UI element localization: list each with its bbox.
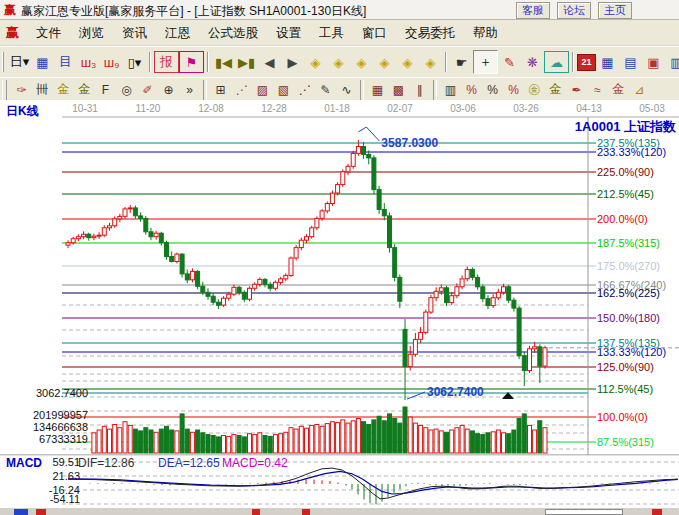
taskbar-icon-red-2[interactable] xyxy=(252,509,260,515)
brush-icon[interactable]: ✑ xyxy=(11,80,32,99)
date-axis-label: 04-13 xyxy=(576,103,602,114)
last-bar-button[interactable]: ▶▮ xyxy=(235,50,258,74)
menu-items: 文件浏览资讯江恩公式选股设置工具窗口交易委托帮助 xyxy=(27,21,507,45)
hatch-icon[interactable]: 卌 xyxy=(32,80,53,99)
box-fan2-icon[interactable]: ▧ xyxy=(273,80,294,99)
ma3-icon[interactable]: ш₃ xyxy=(77,50,100,74)
candle-body xyxy=(429,298,433,312)
screen-export-icon[interactable]: ▥ xyxy=(665,50,679,74)
menu-browse[interactable]: 浏览 xyxy=(70,26,113,40)
prev-bar-button[interactable]: ◀ xyxy=(258,50,281,74)
volume-bar xyxy=(113,425,117,454)
candle-body xyxy=(128,208,132,209)
coil-icon[interactable]: ◎ xyxy=(116,80,137,99)
menu-gann[interactable]: 江恩 xyxy=(156,26,199,40)
taskbar-icon-red-4[interactable] xyxy=(652,509,662,515)
gann-fan-icon[interactable]: ⋰ xyxy=(231,80,252,99)
percent-retrace-icon[interactable]: % xyxy=(503,80,524,99)
brain-icon[interactable]: ☁ xyxy=(544,51,569,73)
j-angle-icon[interactable]: ⊿ xyxy=(629,80,650,99)
candle-body xyxy=(481,287,485,299)
gann-flower-icon[interactable]: ❋ xyxy=(521,50,544,74)
titlebar-button-forum[interactable]: 论坛 xyxy=(557,2,591,19)
board-icon[interactable]: 报 xyxy=(154,51,179,73)
date-axis-label: 11-20 xyxy=(136,103,161,114)
cycle-wave-icon[interactable]: ≈ xyxy=(587,80,608,99)
candle-body xyxy=(279,279,283,283)
gold-grid-icon[interactable]: 金 xyxy=(53,80,74,99)
ruler-grid-icon[interactable]: ▦ xyxy=(367,80,388,99)
nav-diamond-compress-icon[interactable]: ◈ xyxy=(396,50,419,74)
circled-gold-icon[interactable]: ㊎ xyxy=(524,80,545,99)
candle-body xyxy=(434,291,438,297)
next-bar-button[interactable]: ▶ xyxy=(281,50,304,74)
taskbar-icon-red-1[interactable] xyxy=(36,509,46,515)
trend-pen-icon[interactable]: ✎ xyxy=(315,80,336,99)
candle-body xyxy=(144,218,148,231)
more-tools-chevron[interactable]: » xyxy=(179,80,200,99)
ma9-icon[interactable]: ш₉ xyxy=(100,50,123,74)
candle-body xyxy=(346,166,350,172)
titlebar-button-home[interactable]: 主页 xyxy=(598,2,632,19)
volume-bar xyxy=(222,436,226,454)
candle-style-selector[interactable]: ▯▾ xyxy=(123,50,146,74)
nav-diamond-up-icon[interactable]: ◈ xyxy=(350,50,373,74)
percent-line-icon[interactable]: % xyxy=(461,80,482,99)
menu-window[interactable]: 窗口 xyxy=(353,26,396,40)
gann-wheel-icon[interactable]: ⊕ xyxy=(158,80,179,99)
flag-icon[interactable]: ⚑ xyxy=(179,51,204,73)
gann-level-label: 112.5%(45) xyxy=(597,383,653,395)
percent-frame-icon[interactable]: ▩ xyxy=(388,80,409,99)
macd-dif-label: DIF=12.86 xyxy=(78,456,135,470)
hand-tool-icon[interactable]: ☛ xyxy=(450,50,473,74)
nav-diamond-expand-icon[interactable]: ◈ xyxy=(373,50,396,74)
taskbar-window-fragment[interactable] xyxy=(545,509,623,515)
gann-level-label: 162.5%(225) xyxy=(597,287,660,299)
menu-tools[interactable]: 工具 xyxy=(310,26,353,40)
menu-settings[interactable]: 设置 xyxy=(267,26,310,40)
memo-icon[interactable]: ▤ xyxy=(619,50,642,74)
volume-bar xyxy=(476,434,480,453)
menu-news[interactable]: 资讯 xyxy=(113,26,156,40)
taskbar-start-fragment[interactable] xyxy=(14,509,28,515)
parallel-lines-icon[interactable]: ∥ xyxy=(409,80,430,99)
percent-icon[interactable]: % xyxy=(482,80,503,99)
gold-level-icon[interactable]: 金 xyxy=(545,80,566,99)
save-icon[interactable]: ▣ xyxy=(642,50,665,74)
menu-file[interactable]: 文件 xyxy=(27,26,70,40)
kline-window-icon[interactable]: ▦ xyxy=(31,50,54,74)
box-rule-icon[interactable]: ⊞ xyxy=(210,80,231,99)
candle-body xyxy=(450,296,454,303)
menu-trade-order[interactable]: 交易委托 xyxy=(396,26,464,40)
calendar-icon[interactable]: 21 xyxy=(577,54,596,71)
taskbar-icon-red-3[interactable] xyxy=(302,509,310,515)
nav-diamond-left-icon[interactable]: ◈ xyxy=(304,50,327,74)
toolbar1-grip[interactable] xyxy=(2,52,4,72)
wave-brush-icon[interactable]: ✒ xyxy=(566,80,587,99)
gold-box-icon[interactable]: 金 xyxy=(608,80,629,99)
zigzag-icon[interactable]: ∿ xyxy=(336,80,357,99)
volume-bar xyxy=(159,429,163,453)
first-bar-button[interactable]: ▮◀ xyxy=(212,50,235,74)
calculator-icon[interactable]: ▦ xyxy=(596,50,619,74)
chart-canvas[interactable]: 10-3111-2012-0812-2801-1802-0703-0603-26… xyxy=(0,100,679,507)
gold-grid2-icon[interactable]: 金 xyxy=(74,80,95,99)
f10-info-icon[interactable]: 目 xyxy=(54,50,77,74)
box-fan-icon[interactable]: ▨ xyxy=(252,80,273,99)
candle-body xyxy=(258,279,262,284)
scale-bars-icon[interactable]: ▥ xyxy=(440,80,461,99)
volume-bar xyxy=(419,425,423,453)
period-day-selector[interactable]: 日▾ xyxy=(8,50,31,74)
titlebar-button-service[interactable]: 客服 xyxy=(516,2,550,19)
speed-lines-icon[interactable]: ⋰ xyxy=(294,80,315,99)
volume-bar xyxy=(305,428,309,453)
draw-tool-icon[interactable]: ✎ xyxy=(498,50,521,74)
menu-formula-stock-pick[interactable]: 公式选股 xyxy=(199,26,267,40)
nav-diamond-full-icon[interactable]: ◈ xyxy=(419,50,442,74)
crosshair-tool-icon[interactable]: ＋ xyxy=(473,50,498,74)
nav-diamond-right-icon[interactable]: ◈ xyxy=(327,50,350,74)
fib-grid-icon[interactable]: F xyxy=(95,80,116,99)
marker-pen-icon[interactable]: ✐ xyxy=(137,80,158,99)
toolbar2-grip[interactable] xyxy=(2,80,7,100)
menu-help[interactable]: 帮助 xyxy=(464,26,507,40)
